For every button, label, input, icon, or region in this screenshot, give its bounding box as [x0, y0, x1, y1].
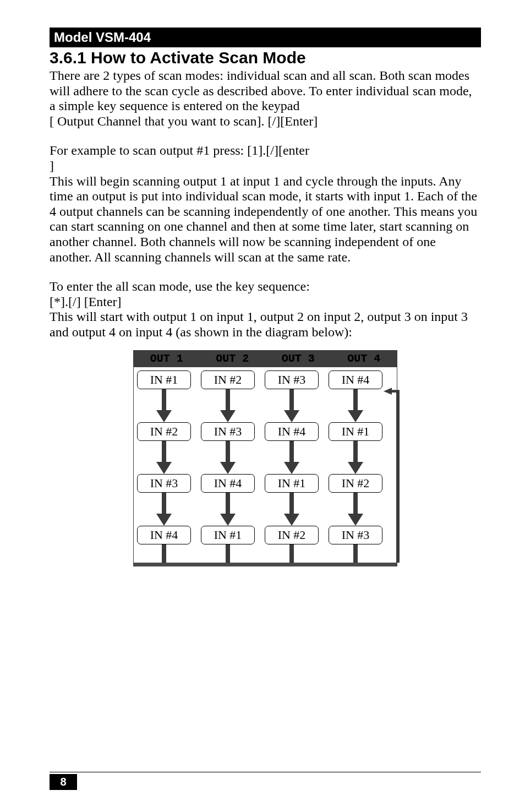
diagram-header-row: OUT 1 OUT 2 OUT 3 OUT 4 — [133, 350, 397, 367]
down-arrow-icon — [283, 493, 300, 529]
col-header-out2: OUT 2 — [200, 351, 266, 367]
down-arrow-icon — [219, 493, 237, 529]
down-arrow-icon — [219, 389, 237, 426]
cell: IN #1 — [265, 474, 319, 493]
para-3: This will begin scanning output 1 at inp… — [50, 174, 481, 265]
cell: IN #4 — [265, 422, 319, 441]
cell: IN #2 — [201, 370, 255, 389]
down-arrow-icon — [283, 389, 300, 426]
cell: IN #3 — [329, 526, 382, 544]
page-number: 8 — [50, 774, 77, 790]
para-1b: [ Output Channel that you want to scan].… — [50, 114, 481, 129]
cell: IN #1 — [137, 370, 191, 389]
col-header-out1: OUT 1 — [134, 351, 200, 367]
table-row: IN #2 IN #3 IN #4 IN #1 — [137, 422, 382, 441]
arrow-row — [137, 441, 382, 474]
para-4b: [*].[/] [Enter] — [50, 295, 481, 310]
cell: IN #4 — [201, 474, 255, 493]
table-row: IN #4 IN #1 IN #2 IN #3 — [137, 526, 382, 544]
cell: IN #3 — [137, 474, 191, 493]
para-4a: To enter the all scan mode, use the key … — [50, 279, 481, 295]
down-arrow-icon — [155, 441, 173, 477]
table-row: IN #3 IN #4 IN #1 IN #2 — [137, 474, 382, 493]
cell: IN #2 — [329, 474, 382, 493]
down-arrow-icon — [283, 544, 300, 563]
scan-diagram: OUT 1 OUT 2 OUT 3 OUT 4 IN #1 IN #2 IN #… — [133, 350, 397, 566]
down-arrow-icon — [347, 493, 364, 529]
para-2a: For example to scan output #1 press: [1]… — [50, 143, 481, 159]
loop-back-arrow — [384, 386, 400, 563]
col-header-out3: OUT 3 — [265, 351, 331, 367]
cell: IN #1 — [201, 526, 255, 544]
cell: IN #1 — [329, 422, 382, 441]
arrow-row — [137, 389, 382, 422]
down-arrow-icon — [155, 544, 173, 563]
down-arrow-icon — [155, 389, 173, 426]
arrow-row — [137, 544, 382, 563]
down-arrow-icon — [155, 493, 173, 529]
cell: IN #2 — [265, 526, 319, 544]
down-arrow-icon — [347, 544, 364, 563]
down-arrow-icon — [219, 544, 237, 563]
arrow-row — [137, 493, 382, 526]
cell: IN #3 — [265, 370, 319, 389]
page: Model VSM-404 3.6.1 How to Activate Scan… — [0, 0, 525, 812]
para-5: This will start with output 1 on input 1… — [50, 309, 481, 340]
table-row: IN #1 IN #2 IN #3 IN #4 — [137, 370, 382, 389]
cell: IN #4 — [329, 370, 382, 389]
model-bar: Model VSM-404 — [50, 28, 481, 47]
cell: IN #4 — [137, 526, 191, 544]
footer-rule — [50, 772, 481, 772]
down-arrow-icon — [347, 441, 364, 477]
body-text: There are 2 types of scan modes: individ… — [50, 68, 481, 340]
para-2b: ] — [50, 159, 481, 174]
section-heading: 3.6.1 How to Activate Scan Mode — [50, 48, 481, 67]
down-arrow-icon — [347, 389, 364, 426]
col-header-out4: OUT 4 — [331, 351, 397, 367]
down-arrow-icon — [219, 441, 237, 477]
down-arrow-icon — [283, 441, 300, 477]
cell: IN #3 — [201, 422, 255, 441]
para-1: There are 2 types of scan modes: individ… — [50, 68, 481, 114]
diagram-body: IN #1 IN #2 IN #3 IN #4 IN #2 IN #3 IN #… — [133, 367, 397, 566]
cell: IN #2 — [137, 422, 191, 441]
